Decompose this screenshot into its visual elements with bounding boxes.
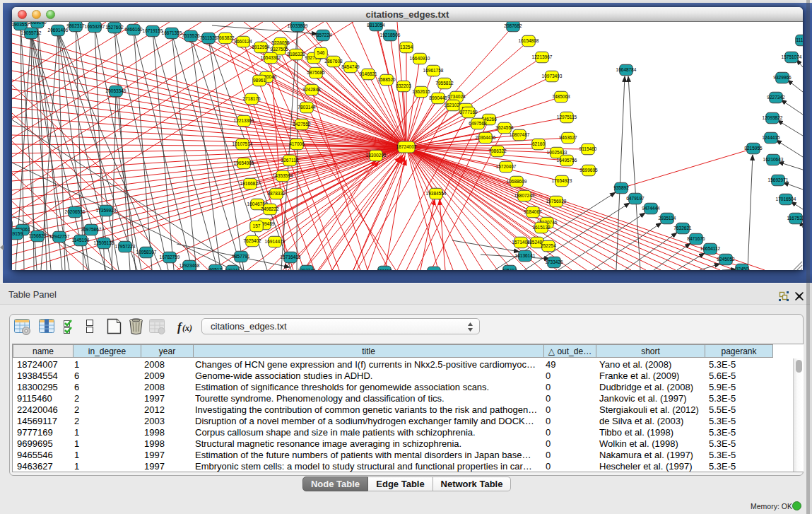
svg-text:3498222: 3498222	[261, 206, 279, 211]
svg-text:3624554: 3624554	[495, 125, 514, 130]
svg-text:6497568: 6497568	[469, 121, 487, 126]
svg-text:180341: 180341	[225, 268, 240, 270]
svg-text:20053346: 20053346	[106, 88, 126, 93]
svg-text:20364436: 20364436	[476, 135, 496, 140]
svg-text:2718176: 2718176	[242, 96, 261, 101]
svg-text:10958107: 10958107	[136, 250, 157, 255]
svg-text:10025433: 10025433	[547, 150, 567, 155]
svg-text:7485063: 7485063	[552, 94, 570, 99]
svg-text:19654985: 19654985	[234, 160, 254, 165]
svg-text:18807249: 18807249	[514, 193, 535, 198]
svg-text:19218506: 19218506	[380, 33, 401, 37]
svg-text:3267110: 3267110	[281, 158, 299, 163]
svg-text:1167533: 1167533	[787, 216, 803, 221]
svg-text:15692971: 15692971	[768, 177, 789, 182]
svg-text:906113: 906113	[377, 269, 392, 270]
svg-text:10688609: 10688609	[507, 179, 527, 184]
svg-text:7511526: 7511526	[200, 35, 218, 40]
svg-text:17654923: 17654923	[552, 178, 572, 183]
svg-text:1244415: 1244415	[762, 135, 780, 140]
svg-text:16671355: 16671355	[162, 30, 182, 35]
svg-text:9327505: 9327505	[270, 47, 288, 52]
svg-text:2087682: 2087682	[504, 23, 522, 28]
svg-text:9329966: 9329966	[773, 75, 792, 80]
svg-text:9227342: 9227342	[767, 95, 785, 100]
svg-text:1588520: 1588520	[377, 77, 396, 82]
svg-text:8427552: 8427552	[293, 122, 311, 127]
svg-text:10719155: 10719155	[143, 28, 163, 33]
svg-text:77343: 77343	[428, 269, 440, 270]
svg-text:11175: 11175	[796, 37, 803, 42]
svg-text:16640910: 16640910	[410, 56, 430, 61]
svg-text:9777169: 9777169	[459, 110, 478, 115]
svg-text:19055712: 19055712	[21, 30, 42, 35]
svg-text:7515526: 7515526	[182, 33, 200, 38]
svg-text:5875685: 5875685	[307, 70, 325, 75]
svg-text:15751074: 15751074	[782, 54, 802, 59]
svg-text:62160: 62160	[532, 141, 545, 146]
svg-text:12093822: 12093822	[763, 115, 783, 120]
svg-text:16648784: 16648784	[616, 67, 637, 72]
svg-text:8878332: 8878332	[267, 191, 286, 196]
svg-text:10807487: 10807487	[510, 132, 530, 137]
svg-text:9242848: 9242848	[302, 87, 321, 92]
svg-text:16543362: 16543362	[261, 55, 281, 60]
svg-text:8990448: 8990448	[429, 95, 447, 100]
svg-text:7955812: 7955812	[435, 81, 454, 86]
svg-text:6734024: 6734024	[447, 94, 466, 99]
svg-text:252254: 252254	[541, 243, 556, 248]
svg-text:8186328: 8186328	[287, 52, 305, 57]
svg-text:12923468: 12923468	[180, 263, 200, 268]
svg-text:9146821: 9146821	[359, 71, 377, 76]
svg-text:8215955: 8215955	[744, 146, 763, 151]
svg-text:1527602: 1527602	[105, 25, 124, 30]
svg-text:17016504: 17016504	[776, 197, 796, 201]
svg-text:2069140: 2069140	[28, 22, 47, 25]
svg-text:16033809: 16033809	[288, 23, 308, 28]
svg-text:1145194: 1145194	[72, 238, 90, 243]
svg-text:14353594: 14353594	[273, 173, 293, 178]
svg-text:16914479: 16914479	[265, 239, 286, 244]
svg-text:10653287: 10653287	[85, 24, 105, 29]
svg-text:98961: 98961	[253, 78, 266, 83]
svg-text:12213967: 12213967	[532, 54, 553, 59]
svg-text:7625402: 7625402	[243, 238, 261, 243]
svg-text:405113: 405113	[502, 268, 517, 270]
svg-text:1615132: 1615132	[532, 225, 551, 230]
svg-text:2867608: 2867608	[324, 59, 343, 64]
svg-text:2935114: 2935114	[659, 216, 676, 221]
svg-text:10654112: 10654112	[700, 246, 721, 251]
svg-text:(x): (x)	[182, 323, 192, 333]
svg-text:9115460: 9115460	[579, 146, 597, 151]
svg-text:18300295: 18300295	[366, 153, 387, 158]
svg-text:9857791: 9857791	[232, 254, 250, 259]
svg-text:30975867: 30975867	[81, 227, 102, 232]
svg-text:7663822: 7663822	[216, 35, 235, 40]
svg-text:9474444: 9474444	[642, 206, 660, 211]
svg-text:7803144: 7803144	[298, 105, 316, 110]
svg-text:16961758: 16961758	[423, 68, 444, 73]
svg-text:12942757: 12942757	[49, 234, 70, 239]
svg-text:15720407: 15720407	[496, 164, 517, 169]
svg-text:14136141: 14136141	[515, 253, 536, 258]
svg-text:8454749: 8454749	[341, 64, 360, 69]
svg-text:6479197: 6479197	[626, 196, 645, 201]
svg-text:17359924: 17359924	[96, 208, 117, 213]
svg-text:8660124: 8660124	[234, 39, 252, 44]
svg-text:1156829: 1156829	[29, 233, 47, 238]
svg-text:16782759: 16782759	[160, 255, 180, 259]
svg-text:8912954: 8912954	[252, 45, 270, 49]
svg-text:417006: 417006	[289, 141, 305, 146]
svg-text:9463627: 9463627	[559, 135, 577, 140]
svg-text:20206536: 20206536	[65, 209, 86, 214]
svg-text:1903557: 1903557	[12, 22, 30, 27]
svg-text:9699695: 9699695	[579, 168, 598, 173]
svg-text:90517: 90517	[209, 267, 222, 270]
svg-text:12975115: 12975115	[557, 115, 577, 119]
svg-text:6466160: 6466160	[124, 27, 143, 32]
svg-text:10107514: 10107514	[233, 141, 253, 146]
svg-text:16154808: 16154808	[519, 38, 539, 43]
svg-text:935892: 935892	[613, 185, 629, 190]
svg-text:832203: 832203	[396, 83, 411, 88]
svg-text:10973493: 10973493	[542, 74, 563, 78]
